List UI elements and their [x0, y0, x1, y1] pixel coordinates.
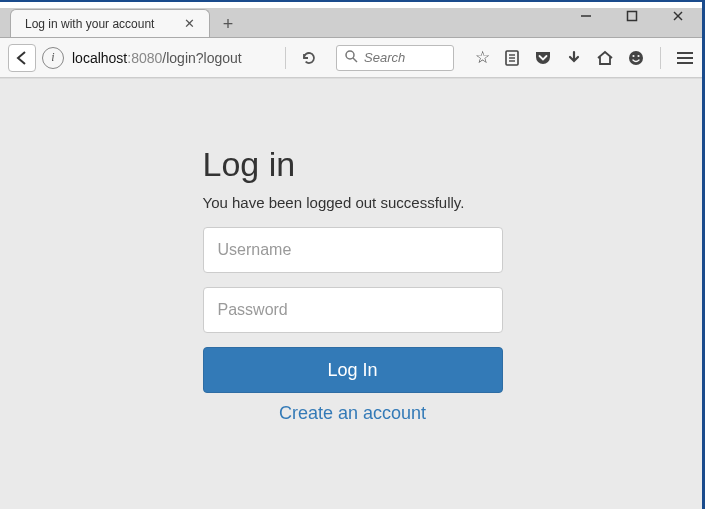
svg-point-4: [346, 51, 354, 59]
svg-point-11: [632, 54, 634, 56]
home-icon[interactable]: [596, 50, 614, 66]
window-controls: [563, 4, 701, 28]
page-content: Log in You have been logged out successf…: [0, 78, 705, 509]
reload-button[interactable]: [296, 45, 322, 71]
svg-line-5: [353, 58, 357, 62]
site-info-icon[interactable]: i: [42, 47, 64, 69]
toolbar-icon-group: ☆: [475, 47, 697, 69]
logout-message: You have been logged out successfully.: [203, 194, 503, 211]
back-button[interactable]: [8, 44, 36, 72]
url-host: localhost: [72, 50, 127, 66]
smiley-icon[interactable]: [628, 50, 644, 66]
username-field[interactable]: [203, 227, 503, 273]
url-port: :8080: [127, 50, 162, 66]
tab-close-button[interactable]: ✕: [180, 16, 199, 31]
reader-list-icon[interactable]: [504, 50, 520, 66]
svg-point-12: [637, 54, 639, 56]
browser-toolbar: i localhost:8080/login?logout ☆: [0, 38, 705, 78]
toolbar-separator: [285, 47, 286, 69]
window-maximize-button[interactable]: [609, 4, 655, 28]
password-field[interactable]: [203, 287, 503, 333]
search-box[interactable]: [336, 45, 454, 71]
svg-rect-1: [628, 12, 637, 21]
toolbar-separator: [660, 47, 661, 69]
bookmark-star-icon[interactable]: ☆: [475, 47, 490, 68]
pocket-icon[interactable]: [534, 50, 552, 66]
svg-point-10: [629, 51, 643, 65]
new-tab-button[interactable]: +: [214, 11, 242, 37]
login-button[interactable]: Log In: [203, 347, 503, 393]
search-input[interactable]: [364, 50, 434, 65]
page-title: Log in: [203, 145, 503, 184]
url-bar[interactable]: localhost:8080/login?logout: [70, 50, 275, 66]
window-minimize-button[interactable]: [563, 4, 609, 28]
window-close-button[interactable]: [655, 4, 701, 28]
menu-icon[interactable]: [677, 52, 693, 64]
search-icon: [345, 50, 358, 66]
login-form: Log in You have been logged out successf…: [203, 145, 503, 424]
downloads-icon[interactable]: [566, 50, 582, 66]
browser-tab[interactable]: Log in with your account ✕: [10, 9, 210, 37]
tab-title: Log in with your account: [25, 17, 154, 31]
url-path: /login?logout: [162, 50, 241, 66]
create-account-link[interactable]: Create an account: [203, 403, 503, 424]
